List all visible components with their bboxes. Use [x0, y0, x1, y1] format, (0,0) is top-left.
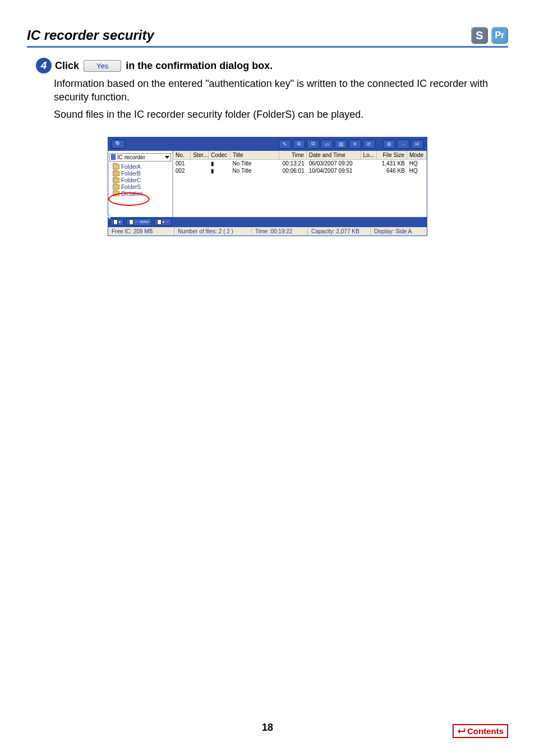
- contents-button[interactable]: Contents: [453, 724, 508, 738]
- step-number-badge: 4: [36, 58, 52, 73]
- col-filesize[interactable]: File Size: [377, 151, 407, 159]
- cell: 1,431 KB: [376, 160, 407, 167]
- folder-icon: [113, 164, 119, 169]
- col-no[interactable]: No.: [173, 151, 191, 159]
- mail-icon[interactable]: ✉: [411, 140, 423, 149]
- tab-folder[interactable]: ▸: [110, 218, 124, 226]
- body-paragraph-1: Information based on the entered "authen…: [54, 77, 508, 104]
- copy-icon[interactable]: ⧉: [293, 140, 305, 149]
- folder-icon: [113, 171, 119, 176]
- cell: ▮: [209, 160, 230, 167]
- file-list: No. Ster... Codec Title Time Date and Ti…: [173, 151, 427, 217]
- list-header: No. Ster... Codec Title Time Date and Ti…: [173, 151, 427, 160]
- col-ster[interactable]: Ster...: [191, 151, 209, 159]
- tree-label: FolderA: [121, 164, 141, 170]
- device-dropdown[interactable]: IC recorder: [109, 153, 171, 162]
- badge-s-icon: S: [471, 27, 488, 44]
- divider: [27, 46, 508, 48]
- properties-icon[interactable]: ▤: [335, 140, 347, 149]
- app-screenshot: 🔍 ✎ ⧉ ⧉ ▭ ▤ ✕ ⟳ ⊞ → ✉ IC recorder: [108, 137, 427, 236]
- paste-icon[interactable]: ⧉: [307, 140, 319, 149]
- tree-item-folderb[interactable]: FolderB: [113, 170, 171, 177]
- tree-item-folderc[interactable]: FolderC: [113, 177, 171, 183]
- step-text-pre: Click: [55, 60, 79, 72]
- col-title[interactable]: Title: [230, 151, 279, 159]
- tree-label: FolderC: [121, 177, 141, 183]
- status-bar: Free IC: 209 MB Number of files: 2 ( 2 )…: [108, 227, 427, 236]
- status-num-files: Number of files: 2 ( 2 ): [174, 227, 252, 236]
- cell: ▮: [209, 167, 230, 174]
- status-free: Free IC: 209 MB: [108, 227, 174, 236]
- cell: [361, 167, 376, 174]
- list-row[interactable]: 002 ▮ No Title 00:06:01 10/04/2007 09:51…: [173, 167, 427, 174]
- tree-label: FolderB: [121, 170, 141, 177]
- folder-icon: [113, 185, 119, 190]
- delete-icon[interactable]: ✕: [349, 140, 361, 149]
- toolbar: ✎ ⧉ ⧉ ▭ ▤ ✕ ⟳ ⊞ → ✉: [279, 140, 423, 149]
- tab-wav[interactable]: ↔WAV: [126, 218, 152, 226]
- tab-bar: ▸ ↔WAV ▸●: [108, 217, 427, 227]
- tree-label: FolderS: [121, 184, 141, 190]
- cell: [361, 160, 376, 167]
- folder-icon: [113, 191, 119, 196]
- status-capacity: Capacity: 2,077 KB: [308, 227, 371, 236]
- return-arrow-icon: [457, 727, 466, 735]
- cell: [191, 167, 208, 174]
- cell: HQ: [407, 167, 427, 174]
- refresh-icon[interactable]: ⟳: [363, 140, 375, 149]
- cell: [191, 160, 208, 167]
- page-icon: [129, 219, 133, 225]
- list-row[interactable]: 001 ▮ No Title 00:13:21 06/03/2007 09:20…: [173, 160, 427, 167]
- search-icon[interactable]: 🔍: [112, 140, 125, 149]
- page-icon: [157, 219, 162, 225]
- cell: No Title: [230, 167, 279, 174]
- page-icon: [113, 219, 118, 225]
- col-lo[interactable]: Lo...: [361, 151, 377, 159]
- expand-triangle-icon[interactable]: [107, 214, 110, 219]
- body-paragraph-2: Sound files in the IC recorder security …: [54, 108, 508, 121]
- folder-icon: [113, 178, 119, 183]
- col-time[interactable]: Time: [279, 151, 307, 159]
- tree-item-foldera[interactable]: FolderA: [113, 164, 171, 170]
- tab-record[interactable]: ▸●: [154, 218, 172, 226]
- contents-label: Contents: [467, 726, 504, 736]
- cell: No Title: [230, 160, 279, 167]
- split-icon[interactable]: ⊞: [383, 140, 395, 149]
- status-display: Display: Side A: [371, 227, 427, 236]
- status-time: Time: 00:19:22: [252, 227, 308, 236]
- tree-label: Dictation: [121, 191, 143, 197]
- yes-button-inline: Yes: [84, 60, 121, 72]
- col-codec[interactable]: Codec: [209, 151, 230, 159]
- cell: HQ: [407, 160, 427, 167]
- folder-tree: IC recorder FolderA FolderB FolderC Fold…: [108, 151, 173, 217]
- page-title: IC recorder security: [27, 27, 154, 43]
- cell: 06/03/2007 09:20: [307, 160, 361, 167]
- cell: 646 KB: [376, 167, 407, 174]
- ic-recorder-icon: [111, 154, 116, 160]
- device-dropdown-label: IC recorder: [117, 154, 145, 160]
- cell: 002: [173, 167, 191, 174]
- col-date[interactable]: Date and Time: [307, 151, 361, 159]
- transfer-icon[interactable]: →: [397, 140, 409, 149]
- step-text-post: in the confirmation dialog box.: [126, 60, 273, 72]
- tab-label: WAV: [140, 219, 149, 224]
- col-mode[interactable]: Mode: [407, 151, 427, 159]
- cell: 10/04/2007 09:51: [307, 167, 361, 174]
- cell: 00:06:01: [279, 167, 307, 174]
- folder-icon[interactable]: ▭: [321, 140, 333, 149]
- badge-pr-icon: Pr: [491, 27, 508, 44]
- cell: 001: [173, 160, 191, 167]
- cell: 00:13:21: [279, 160, 307, 167]
- chevron-down-icon: [165, 156, 169, 159]
- tree-item-dictation[interactable]: Dictation: [113, 191, 171, 197]
- edit-icon[interactable]: ✎: [279, 140, 291, 149]
- tree-item-folders[interactable]: FolderS: [113, 184, 171, 190]
